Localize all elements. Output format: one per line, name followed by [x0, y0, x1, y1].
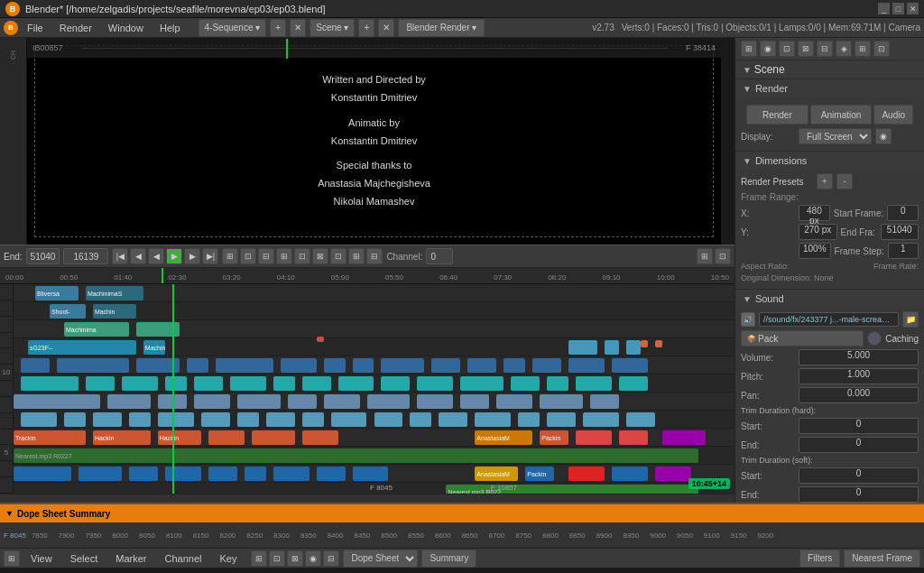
clip-28[interactable]: [568, 358, 605, 373]
icon-btn-1[interactable]: ⊞: [741, 41, 757, 57]
scene-selector[interactable]: Scene ▾: [310, 19, 355, 37]
end-frame-display[interactable]: 51040: [26, 248, 60, 264]
workspace-selector[interactable]: 4-Sequence ▾: [199, 19, 267, 37]
trim-soft-end-value[interactable]: 0: [799, 486, 919, 503]
add-workspace-btn[interactable]: +: [270, 19, 286, 37]
icon-btn-6[interactable]: ◈: [836, 41, 852, 57]
clip-38[interactable]: [338, 376, 374, 391]
caching-toggle[interactable]: [867, 331, 882, 346]
presets-remove-btn[interactable]: -: [836, 173, 853, 189]
clip-29[interactable]: [612, 358, 648, 373]
clip-56[interactable]: [324, 394, 360, 409]
render-button[interactable]: Render: [746, 105, 808, 125]
menu-render[interactable]: Render: [52, 21, 99, 35]
presets-add-btn[interactable]: +: [817, 173, 833, 189]
clip-58[interactable]: [417, 394, 453, 409]
display-select[interactable]: Full Screen: [799, 128, 872, 144]
clip-100[interactable]: [662, 430, 706, 445]
clip-94[interactable]: [252, 430, 295, 445]
bottom-btn2[interactable]: ⊡: [269, 550, 285, 567]
menu-help[interactable]: Help: [152, 21, 188, 35]
clip-96[interactable]: AnastasiaM: [475, 430, 532, 445]
clip-121[interactable]: [568, 467, 605, 481]
clip-59[interactable]: [460, 394, 489, 409]
clip-13[interactable]: [641, 340, 648, 347]
clip-44[interactable]: [576, 376, 612, 391]
clip-120[interactable]: Packin: [525, 467, 554, 481]
clip-20[interactable]: [281, 358, 317, 373]
audio-clip-main[interactable]: Nearest.mp3 R0227: [14, 448, 698, 463]
maximize-button[interactable]: □: [892, 3, 904, 14]
clip-61[interactable]: [540, 394, 583, 409]
pack-button[interactable]: 📦 Pack: [741, 330, 864, 347]
clip-57[interactable]: [367, 394, 411, 409]
trim-soft-start-value[interactable]: 0: [799, 467, 919, 484]
seq-timeline[interactable]: Bliversa MachinimaS Shoot- Machin Machin…: [14, 284, 735, 494]
icon-btn-4[interactable]: ⊠: [798, 41, 814, 57]
jump-start-btn[interactable]: |◀: [112, 248, 128, 264]
clip-78[interactable]: [302, 412, 324, 427]
clip-37[interactable]: [302, 376, 331, 391]
clip-36[interactable]: [273, 376, 295, 391]
clip-112[interactable]: [129, 467, 158, 481]
current-frame-display[interactable]: 16139: [63, 248, 108, 264]
frame-step-value[interactable]: 1: [888, 243, 919, 259]
clip-26[interactable]: [504, 358, 525, 373]
clip-115[interactable]: [245, 467, 266, 481]
icon-btn-7[interactable]: ⊞: [855, 41, 871, 57]
clip-82[interactable]: [439, 412, 467, 427]
view-btn7[interactable]: ⊡: [330, 248, 346, 264]
clip-41[interactable]: [460, 376, 504, 391]
clip-39[interactable]: [381, 376, 410, 391]
engine-selector[interactable]: Blender Render ▾: [398, 19, 485, 37]
clip-51[interactable]: [107, 394, 151, 409]
clip-45[interactable]: [619, 376, 648, 391]
pitch-value[interactable]: 1.000: [799, 368, 919, 384]
view-btn4[interactable]: ⊞: [276, 248, 292, 264]
clip-72[interactable]: [93, 412, 122, 427]
dimensions-header[interactable]: ▼ Dimensions: [735, 152, 924, 170]
clip-116[interactable]: [273, 467, 310, 481]
bottom-key[interactable]: Key: [212, 551, 244, 566]
clip-90[interactable]: Trackin: [14, 430, 86, 445]
sound-header[interactable]: ▼ Sound: [735, 290, 924, 308]
clip-32[interactable]: [122, 376, 158, 391]
trim-hard-end-value[interactable]: 0: [799, 437, 919, 453]
filters-btn[interactable]: Filters: [799, 550, 840, 568]
clip-11[interactable]: [605, 340, 619, 355]
volume-value[interactable]: 5.000: [799, 349, 919, 365]
clip-75[interactable]: [201, 412, 230, 427]
clip-97[interactable]: Packin: [540, 430, 568, 445]
clip-113[interactable]: [165, 467, 201, 481]
view-btn1[interactable]: ⊞: [222, 248, 238, 264]
view-btn2[interactable]: ⊡: [240, 248, 256, 264]
bottom-btn3[interactable]: ⊠: [287, 550, 303, 567]
bottom-icon-btn[interactable]: ⊞: [4, 550, 20, 567]
bottom-channel[interactable]: Channel: [157, 551, 208, 566]
clip-83[interactable]: [475, 412, 511, 427]
clip-98[interactable]: [576, 430, 612, 445]
clip-123[interactable]: [655, 467, 691, 481]
bottom-view[interactable]: View: [23, 551, 60, 566]
play-btn[interactable]: ▶: [166, 248, 182, 264]
clip-118[interactable]: [353, 467, 389, 481]
sound-folder-icon[interactable]: 📁: [902, 311, 919, 328]
res-pct-value[interactable]: 100%: [799, 243, 831, 259]
clip-23[interactable]: [381, 358, 424, 373]
clip-76[interactable]: [237, 412, 259, 427]
summary-btn[interactable]: Summary: [421, 550, 476, 568]
clip-25[interactable]: [467, 358, 496, 373]
dope-sheet-select[interactable]: Dope Sheet: [343, 550, 418, 568]
minimize-button[interactable]: _: [878, 3, 890, 14]
view-btn3[interactable]: ⊟: [258, 248, 274, 264]
clip-07[interactable]: sG23F--: [28, 340, 136, 355]
animation-button[interactable]: Animation: [810, 105, 873, 125]
channel-value[interactable]: 0: [426, 248, 453, 264]
clip-110[interactable]: [14, 467, 71, 481]
bottom-btn4[interactable]: ◉: [305, 550, 321, 567]
clip-62[interactable]: [590, 394, 619, 409]
clip-111[interactable]: [79, 467, 122, 481]
clip-12[interactable]: [626, 340, 641, 355]
clip-86[interactable]: [583, 412, 619, 427]
display-icon-btn[interactable]: ◉: [875, 128, 892, 144]
